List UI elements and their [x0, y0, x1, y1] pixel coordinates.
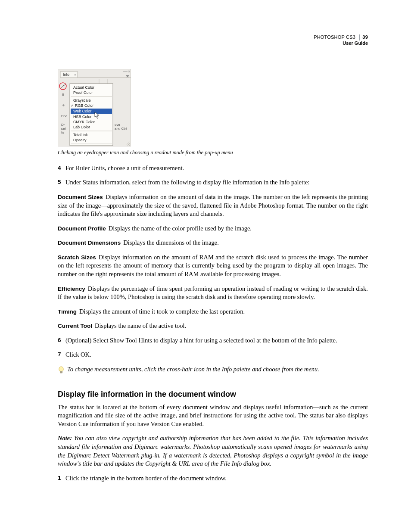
- def-text: Displays information on the amount of RA…: [58, 254, 368, 277]
- svg-text:Proof Color: Proof Color: [73, 90, 93, 95]
- product-name: PHOTOSHOP CS3: [314, 34, 355, 40]
- def-term: Timing: [58, 308, 77, 315]
- step-number: 6: [58, 336, 65, 345]
- svg-text:8-: 8-: [62, 93, 65, 96]
- def-timing: TimingDisplays the amount of time it too…: [58, 308, 368, 316]
- def-current-tool: Current ToolDisplays the name of the act…: [58, 322, 368, 330]
- svg-text:✓: ✓: [71, 103, 74, 108]
- figure-caption: Clicking an eyedropper icon and choosing…: [58, 149, 368, 156]
- svg-text:Web Color: Web Color: [73, 109, 91, 113]
- def-document-sizes: Document SizesDisplays information on th…: [58, 193, 368, 218]
- def-scratch-sizes: Scratch SizesDisplays information on the…: [58, 253, 368, 279]
- tip-block: To change measurement units, click the c…: [58, 365, 368, 377]
- svg-text:and Ctrl: and Ctrl: [115, 127, 127, 131]
- def-text: Displays the amount of time it took to c…: [79, 308, 245, 315]
- svg-text:Doc: Doc: [61, 114, 67, 118]
- svg-text:Opacity: Opacity: [73, 138, 87, 142]
- def-text: Displays the name of the color profile u…: [109, 225, 252, 232]
- note-label: Note:: [58, 435, 72, 442]
- step-number: 1: [58, 474, 65, 483]
- def-term: Document Dimensions: [58, 240, 121, 246]
- step-5: 5 Under Status information, select from …: [58, 178, 368, 187]
- lightbulb-icon: [58, 366, 67, 377]
- svg-text:Dr: Dr: [61, 123, 65, 127]
- step-text: Under Status information, select from th…: [65, 178, 368, 187]
- def-text: Displays the name of the active tool.: [95, 322, 186, 329]
- def-term: Efficiency: [58, 286, 85, 292]
- svg-point-38: [59, 367, 63, 372]
- step-number: 4: [58, 164, 65, 173]
- def-text: Displays the percentage of time spent pe…: [58, 285, 368, 301]
- svg-text:—: —: [123, 69, 128, 73]
- svg-text:fo: fo: [61, 131, 64, 134]
- note-text: You can also view copyright and authorsh…: [58, 435, 368, 467]
- info-palette-figure: — × Info × 8-: [58, 69, 368, 146]
- svg-text:RGB Color: RGB Color: [75, 103, 94, 108]
- step-text: (Optional) Select Show Tool Hints to dis…: [65, 336, 368, 345]
- step-6: 6 (Optional) Select Show Tool Hints to d…: [58, 336, 368, 345]
- step-b1: 1 Click the triangle in the bottom borde…: [58, 474, 368, 483]
- svg-text:Total Ink: Total Ink: [73, 133, 88, 137]
- step-text: For Ruler Units, choose a unit of measur…: [65, 164, 368, 173]
- def-term: Document Profile: [58, 225, 106, 232]
- step-7: 7 Click OK.: [58, 351, 368, 359]
- section-paragraph: The status bar is located at the bottom …: [58, 403, 368, 429]
- svg-text:HSB Color: HSB Color: [73, 115, 92, 119]
- def-term: Scratch Sizes: [58, 254, 96, 261]
- svg-text:×: ×: [74, 73, 76, 77]
- step-4: 4 For Ruler Units, choose a unit of meas…: [58, 164, 368, 173]
- running-header: PHOTOSHOP CS3 39 User Guide: [314, 34, 368, 47]
- def-term: Current Tool: [58, 323, 92, 329]
- def-document-profile: Document ProfileDisplays the name of the…: [58, 224, 368, 233]
- step-text: Click the triangle in the bottom border …: [65, 474, 368, 483]
- svg-text:ove: ove: [115, 123, 120, 127]
- def-efficiency: EfficiencyDisplays the percentage of tim…: [58, 285, 368, 302]
- svg-text:sel: sel: [61, 127, 65, 131]
- svg-text:Lab Color: Lab Color: [73, 125, 90, 129]
- svg-text:Grayscale: Grayscale: [73, 98, 91, 103]
- svg-text:Info: Info: [63, 72, 69, 77]
- def-term: Document Sizes: [58, 194, 103, 200]
- def-document-dimensions: Document DimensionsDisplays the dimensio…: [58, 239, 368, 247]
- tip-text: To change measurement units, click the c…: [67, 365, 368, 374]
- page-number: 39: [359, 34, 368, 40]
- def-text: Displays information on the amount of da…: [58, 193, 368, 217]
- step-number: 5: [58, 178, 65, 187]
- svg-text:×: ×: [128, 69, 130, 74]
- svg-text:Actual Color: Actual Color: [73, 85, 94, 90]
- def-text: Displays the dimensions of the image.: [123, 239, 219, 246]
- step-text: Click OK.: [65, 351, 368, 359]
- step-number: 7: [58, 351, 65, 359]
- note-block: Note: You can also view copyright and au…: [58, 434, 368, 468]
- section-heading: Display file information in the document…: [58, 389, 368, 399]
- svg-text:CMYK Color: CMYK Color: [73, 120, 95, 124]
- doc-title: User Guide: [314, 40, 368, 47]
